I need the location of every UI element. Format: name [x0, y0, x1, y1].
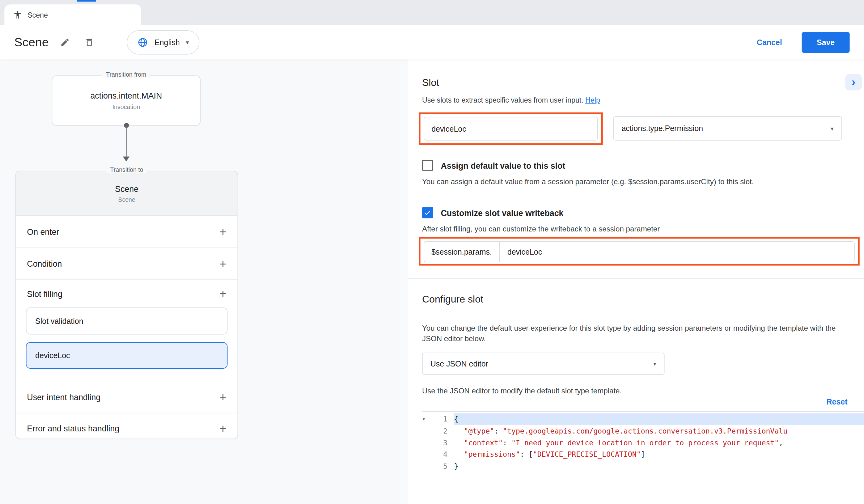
scene-card: Transition to Scene Scene On enter + Con…	[15, 171, 238, 439]
chevron-right-icon: ›	[852, 75, 855, 89]
chevron-down-icon: ▾	[831, 125, 834, 132]
section-on-enter[interactable]: On enter +	[16, 216, 238, 248]
writeback-row: Customize slot value writeback	[422, 207, 564, 218]
section-label: User intent handling	[27, 393, 100, 402]
item-label: deviceLoc	[35, 351, 70, 360]
edit-button[interactable]	[58, 35, 73, 50]
scene-name: Scene	[115, 184, 139, 193]
section-label: Condition	[27, 259, 62, 268]
configure-description: You can change the default user experien…	[422, 323, 841, 344]
code-punct: {	[454, 415, 458, 423]
section-error-status-handling[interactable]: Error and status handling +	[16, 413, 238, 443]
slot-filling-header[interactable]: Slot filling +	[16, 280, 238, 308]
check-icon	[424, 209, 431, 217]
code-content: "context": "I need your device location …	[454, 437, 864, 449]
default-value-label: Assign default value to this slot	[441, 161, 565, 170]
scene-card-header[interactable]: Transition to Scene Scene	[16, 171, 238, 216]
slot-deviceloc-item[interactable]: deviceLoc	[26, 342, 228, 369]
slot-title: Slot	[422, 77, 439, 89]
page-title: Scene	[14, 35, 49, 49]
transition-from-label: Transition from	[102, 71, 150, 77]
slot-type-select[interactable]: actions.type.Permission ▾	[613, 116, 842, 140]
code-string: "I need your device location in order to…	[512, 439, 779, 447]
code-string: "type.googleapis.com/google.actions.conv…	[503, 427, 787, 435]
default-value-note: You can assign a default value from a se…	[422, 177, 847, 186]
slot-validation-item[interactable]: Slot validation	[26, 308, 228, 334]
trash-icon	[85, 37, 95, 47]
writeback-label: Customize slot value writeback	[441, 208, 564, 217]
code-line[interactable]: 5 }	[422, 460, 864, 472]
add-icon[interactable]: +	[219, 258, 227, 270]
code-punct: :	[503, 439, 512, 447]
section-slot-filling: Slot filling + Slot validation deviceLoc	[16, 280, 238, 381]
line-number: 2	[431, 427, 454, 435]
person-icon	[13, 11, 22, 20]
page: Scene Scene English ▾ Cancel Save Transi…	[0, 0, 864, 504]
delete-button[interactable]	[82, 35, 97, 50]
code-key: "@type"	[464, 427, 494, 435]
tab-scene[interactable]: Scene	[4, 4, 141, 25]
slot-type-value: actions.type.Permission	[621, 124, 703, 133]
code-line[interactable]: 4 "permissions": ["DEVICE_PRECISE_LOCATI…	[422, 449, 864, 460]
code-line[interactable]: 2 "@type": "type.googleapis.com/google.a…	[422, 425, 864, 437]
connector-arrowhead	[123, 156, 130, 161]
tab-bar: Scene	[0, 0, 864, 25]
slot-editor-panel: › Slot Use slots to extract specific val…	[408, 60, 864, 504]
line-number: 1	[431, 415, 454, 423]
code-string: "DEVICE_PRECISE_LOCATION"	[533, 450, 641, 459]
code-content: "@type": "type.googleapis.com/google.act…	[454, 425, 864, 437]
default-value-checkbox[interactable]	[422, 160, 433, 171]
section-label: Error and status handling	[27, 424, 119, 433]
slot-subtitle: Use slots to extract specific values fro…	[422, 96, 600, 104]
writeback-value-input[interactable]	[500, 242, 854, 262]
section-label: Slot filling	[27, 289, 62, 298]
code-line[interactable]: ▾ 1 {	[422, 413, 864, 425]
add-icon[interactable]: +	[219, 422, 227, 434]
section-condition[interactable]: Condition +	[16, 248, 238, 280]
language-selector[interactable]: English ▾	[127, 30, 199, 55]
transition-to-label: Transition to	[106, 167, 147, 173]
tab-accent-bar	[77, 0, 96, 2]
save-button[interactable]: Save	[802, 32, 850, 53]
code-content: {	[454, 413, 864, 425]
default-value-row: Assign default value to this slot	[422, 160, 565, 171]
tab-label: Scene	[27, 11, 48, 19]
code-line[interactable]: 3 "context": "I need your device locatio…	[422, 437, 864, 449]
add-icon[interactable]: +	[219, 391, 227, 403]
connector-line	[126, 128, 127, 157]
json-editor-note: Use the JSON editor to modify the defaul…	[422, 387, 622, 395]
line-number: 3	[431, 439, 454, 447]
collapse-panel-button[interactable]: ›	[845, 74, 862, 90]
writeback-checkbox[interactable]	[422, 207, 433, 218]
code-punct: :	[494, 427, 503, 435]
scene-type: Scene	[118, 196, 135, 203]
code-key: "context"	[464, 439, 503, 447]
help-link[interactable]: Help	[585, 96, 600, 104]
configure-slot-title: Configure slot	[422, 293, 483, 305]
writeback-highlight: $session.params.	[419, 237, 860, 266]
line-number: 5	[431, 462, 454, 471]
line-number: 4	[431, 450, 454, 459]
add-icon[interactable]: +	[219, 288, 227, 300]
json-code-editor[interactable]: ▾ 1 { 2 "@type": "type.googleapis.com/go…	[422, 411, 864, 504]
transition-from-node[interactable]: Transition from actions.intent.MAIN Invo…	[52, 75, 201, 125]
json-editor-select[interactable]: Use JSON editor ▾	[422, 352, 665, 374]
add-icon[interactable]: +	[219, 226, 227, 238]
code-punct: }	[454, 462, 458, 471]
reset-link[interactable]: Reset	[826, 397, 847, 406]
code-content: }	[454, 460, 864, 472]
writeback-note: After slot filling, you can customize th…	[422, 225, 847, 233]
header: Scene English ▾ Cancel Save	[0, 25, 864, 60]
section-divider	[408, 278, 864, 279]
slot-name-input[interactable]	[424, 117, 598, 141]
code-key: "permissions"	[464, 450, 520, 459]
code-content: "permissions": ["DEVICE_PRECISE_LOCATION…	[454, 449, 864, 460]
section-user-intent-handling[interactable]: User intent handling +	[16, 381, 238, 413]
fold-icon[interactable]: ▾	[422, 416, 431, 422]
intent-type: Invocation	[112, 104, 140, 110]
cancel-button[interactable]: Cancel	[757, 38, 782, 47]
connector-dot	[124, 123, 129, 128]
slot-subtitle-text: Use slots to extract specific values fro…	[422, 96, 584, 104]
code-punct: :	[520, 450, 529, 459]
code-punct: [	[529, 450, 533, 459]
